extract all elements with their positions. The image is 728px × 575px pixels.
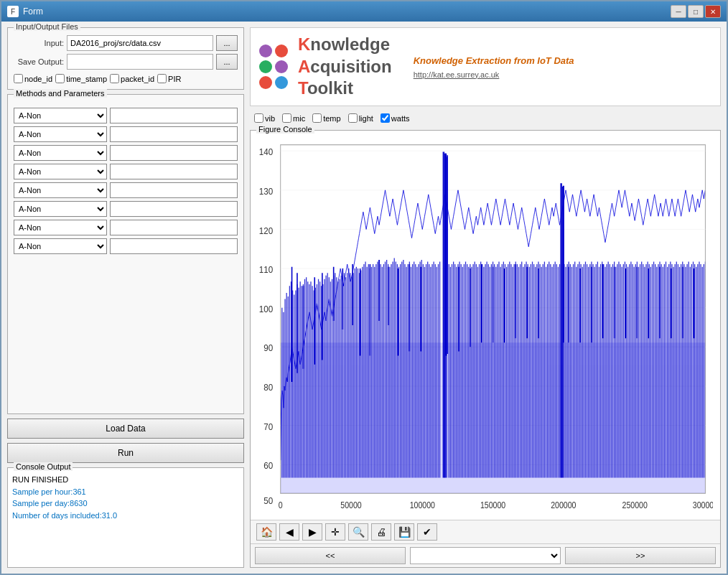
- console-section: Console Output RUN FINISHED Sample per h…: [7, 467, 244, 568]
- input-browse-button[interactable]: ...: [216, 35, 238, 51]
- method-value-6[interactable]: [110, 201, 238, 217]
- kat-title-block: Knowledge Acquisition Toolkit: [298, 35, 392, 98]
- y-label-120: 120: [259, 225, 273, 236]
- toolbar-forward-button[interactable]: ▶: [302, 523, 322, 541]
- method-value-2[interactable]: [110, 126, 238, 142]
- checkbox-packet-id[interactable]: packet_id: [110, 74, 154, 83]
- y-label-100: 100: [259, 304, 273, 314]
- input-field[interactable]: DA2016_proj/src/data.csv: [67, 35, 213, 51]
- toolbar-pan-button[interactable]: ✛: [325, 523, 345, 541]
- kat-header: Knowledge Acquisition Toolkit Knowledge …: [250, 27, 721, 106]
- checkbox-pir[interactable]: PIR: [157, 74, 181, 83]
- dot-green: [259, 60, 272, 73]
- x-label-50000: 50000: [340, 500, 361, 510]
- y-label-70: 70: [263, 421, 273, 432]
- method-select-4[interactable]: A-Non: [14, 164, 107, 179]
- method-row-4: A-Non: [14, 164, 238, 179]
- method-select-2[interactable]: A-Non: [14, 126, 107, 142]
- toolbar-check-button[interactable]: ✔: [417, 523, 437, 541]
- checkbox-temp[interactable]: temp: [312, 113, 340, 123]
- method-row-2: A-Non: [14, 126, 238, 142]
- close-button[interactable]: ✕: [705, 5, 721, 18]
- io-checkboxes: node_id time_stamp packet_id PIR: [14, 74, 238, 83]
- console-line-2: Sample per hour:361: [12, 486, 239, 498]
- dot-red-1: [275, 45, 288, 57]
- y-label-60: 60: [263, 461, 273, 472]
- left-panel: Input/Output Files Input: DA2016_proj/sr…: [7, 27, 244, 568]
- y-label-130: 130: [259, 186, 273, 197]
- kat-description: Knowledge Extraction from IoT Data: [414, 55, 574, 66]
- kat-title-line3: Toolkit: [298, 79, 392, 98]
- kat-info: Knowledge Extraction from IoT Data http:…: [414, 55, 574, 79]
- method-value-1[interactable]: [110, 108, 238, 123]
- methods-section: Methods and Parameters A-Non A-Non: [7, 94, 244, 414]
- title-buttons: ─ □ ✕: [671, 5, 721, 18]
- save-field[interactable]: [67, 54, 213, 70]
- nav-next-button[interactable]: >>: [565, 547, 716, 564]
- kat-url: http://kat.ee.surrey.ac.uk: [414, 70, 574, 79]
- nav-prev-button[interactable]: <<: [255, 547, 406, 564]
- checkbox-node-id[interactable]: node_id: [14, 74, 52, 83]
- kat-t: T: [298, 78, 307, 98]
- save-browse-button[interactable]: ...: [216, 54, 238, 70]
- dot-purple-1: [259, 45, 272, 57]
- dot-red-2: [259, 76, 272, 89]
- chart-svg: 140 130 120 110 100 90 80 70 60 50: [258, 138, 713, 513]
- x-label-250000: 250000: [622, 500, 648, 510]
- kat-a: A: [298, 57, 310, 76]
- nav-dropdown[interactable]: [410, 547, 561, 564]
- figure-console-title: Figure Console: [256, 125, 314, 134]
- checkbox-watts[interactable]: watts: [381, 113, 410, 123]
- method-value-5[interactable]: [110, 182, 238, 198]
- chart-area: 140 130 120 110 100 90 80 70 60 50: [251, 131, 720, 520]
- method-value-4[interactable]: [110, 164, 238, 179]
- dot-blue: [275, 76, 288, 89]
- run-button[interactable]: Run: [7, 443, 244, 463]
- console-line-4: Number of days included:31.0: [12, 510, 239, 522]
- method-row-8: A-Non: [14, 238, 238, 254]
- input-row: Input: DA2016_proj/src/data.csv ...: [14, 35, 238, 51]
- right-panel: Knowledge Acquisition Toolkit Knowledge …: [250, 27, 721, 568]
- load-data-button[interactable]: Load Data: [7, 419, 244, 439]
- method-row-3: A-Non: [14, 145, 238, 161]
- title-bar: F Form ─ □ ✕: [1, 1, 727, 22]
- figure-console: Figure Console 140 130 120 110 100 90 80…: [250, 130, 721, 568]
- method-value-3[interactable]: [110, 145, 238, 161]
- checkbox-vib[interactable]: vib: [254, 113, 275, 123]
- method-value-7[interactable]: [110, 220, 238, 235]
- toolbar-configure-button[interactable]: 🖨: [371, 523, 391, 541]
- method-row-7: A-Non: [14, 220, 238, 235]
- figure-toolbar: 🏠 ◀ ▶ ✛ 🔍 🖨 💾 ✔: [251, 520, 720, 543]
- method-select-3[interactable]: A-Non: [14, 145, 107, 161]
- console-title: Console Output: [14, 462, 73, 471]
- method-row-1: A-Non: [14, 108, 238, 123]
- title-bar-left: F Form: [7, 6, 43, 17]
- toolbar-save-button[interactable]: 💾: [394, 523, 414, 541]
- method-select-5[interactable]: A-Non: [14, 182, 107, 198]
- method-select-7[interactable]: A-Non: [14, 220, 107, 235]
- x-label-200000: 200000: [551, 500, 576, 510]
- y-label-50: 50: [263, 495, 273, 506]
- sensor-checkboxes: vib mic temp light watts: [250, 111, 721, 126]
- figure-nav: << >>: [251, 543, 720, 567]
- checkbox-mic[interactable]: mic: [282, 113, 305, 123]
- toolbar-back-button[interactable]: ◀: [279, 523, 299, 541]
- window-title: Form: [23, 6, 43, 17]
- method-select-8[interactable]: A-Non: [14, 238, 107, 254]
- dot-purple-2: [275, 60, 288, 73]
- minimize-button[interactable]: ─: [671, 5, 686, 18]
- method-value-8[interactable]: [110, 238, 238, 254]
- toolbar-zoom-button[interactable]: 🔍: [348, 523, 368, 541]
- method-select-1[interactable]: A-Non: [14, 108, 107, 123]
- save-label: Save Output:: [14, 57, 64, 66]
- kat-cquisition: cquisition: [310, 57, 391, 76]
- toolbar-home-button[interactable]: 🏠: [256, 523, 276, 541]
- maximize-button[interactable]: □: [688, 5, 704, 18]
- y-label-80: 80: [263, 382, 273, 393]
- kat-k: K: [298, 34, 310, 54]
- checkbox-light[interactable]: light: [348, 113, 373, 123]
- console-line-1: RUN FINISHED: [12, 474, 239, 486]
- method-select-6[interactable]: A-Non: [14, 201, 107, 217]
- checkbox-time-stamp[interactable]: time_stamp: [55, 74, 107, 83]
- kat-title-line2: Acquisition: [298, 57, 392, 76]
